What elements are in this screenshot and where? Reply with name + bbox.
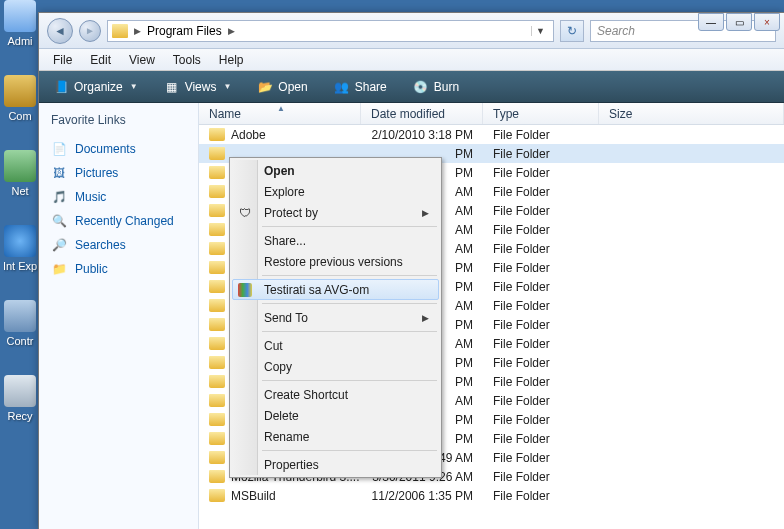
ctx-restore[interactable]: Restore previous versions (232, 251, 439, 272)
ctx-avg-test[interactable]: Testirati sa AVG-om (232, 279, 439, 300)
ctx-cut[interactable]: Cut (232, 335, 439, 356)
separator (262, 331, 437, 332)
menu-help[interactable]: Help (211, 51, 252, 69)
separator (262, 275, 437, 276)
menu-view[interactable]: View (121, 51, 163, 69)
minimize-button[interactable]: — (698, 13, 724, 31)
command-bar: 📘 Organize ▼ ▦ Views ▼ 📂 Open 👥 Share 💿 … (39, 71, 784, 103)
folder-icon (209, 375, 225, 388)
ctx-delete[interactable]: Delete (232, 405, 439, 426)
sidebar-item-recent[interactable]: 🔍Recently Changed (51, 209, 186, 233)
column-headers: ▲ Name Date modified Type Size (199, 103, 784, 125)
ctx-share[interactable]: Share... (232, 230, 439, 251)
desktop-icons: Admi Com Net Int Exp Contr Recy (2, 0, 38, 450)
sidebar-item-documents[interactable]: 📄Documents (51, 137, 186, 161)
open-icon: 📂 (257, 79, 273, 95)
refresh-button[interactable]: ↻ (560, 20, 584, 42)
address-bar[interactable]: ▶ Program Files ▶ ▼ (107, 20, 554, 42)
ctx-rename[interactable]: Rename (232, 426, 439, 447)
menu-bar: File Edit View Tools Help (39, 49, 784, 71)
separator (262, 380, 437, 381)
folder-icon (209, 204, 225, 217)
maximize-button[interactable]: ▭ (726, 13, 752, 31)
chevron-right-icon: ▶ (422, 208, 429, 218)
refresh-icon: ↻ (567, 24, 577, 38)
share-button[interactable]: 👥 Share (326, 76, 395, 98)
burn-icon: 💿 (413, 79, 429, 95)
folder-icon (209, 261, 225, 274)
arrow-left-icon: ◄ (54, 24, 66, 38)
desktop-icon[interactable]: Com (2, 75, 38, 122)
desktop-icon[interactable]: Net (2, 150, 38, 197)
documents-icon: 📄 (51, 141, 67, 157)
sidebar-item-music[interactable]: 🎵Music (51, 185, 186, 209)
ctx-open[interactable]: Open (232, 160, 439, 181)
separator (262, 226, 437, 227)
folder-icon (209, 128, 225, 141)
views-icon: ▦ (164, 79, 180, 95)
table-row[interactable]: MSBuild11/2/2006 1:35 PMFile Folder (199, 486, 784, 505)
navigation-bar: ◄ ► ▶ Program Files ▶ ▼ ↻ Search (39, 13, 784, 49)
breadcrumb-segment[interactable]: Program Files (147, 24, 222, 38)
context-menu: Open Explore 🛡 Protect by ▶ Share... Res… (229, 157, 442, 478)
recent-icon: 🔍 (51, 213, 67, 229)
chevron-right-icon: ▶ (422, 313, 429, 323)
search-icon: 🔎 (51, 237, 67, 253)
ctx-properties[interactable]: Properties (232, 454, 439, 475)
ctx-sendto[interactable]: Send To ▶ (232, 307, 439, 328)
folder-icon (209, 470, 225, 483)
share-icon: 👥 (334, 79, 350, 95)
chevron-down-icon: ▼ (223, 82, 231, 91)
desktop-icon[interactable]: Recy (2, 375, 38, 422)
pictures-icon: 🖼 (51, 165, 67, 181)
avg-icon (238, 283, 252, 297)
ctx-explore[interactable]: Explore (232, 181, 439, 202)
arrow-right-icon: ► (85, 25, 95, 36)
sidebar-item-searches[interactable]: 🔎Searches (51, 233, 186, 257)
burn-button[interactable]: 💿 Burn (405, 76, 467, 98)
shield-icon: 🛡 (237, 205, 253, 221)
column-size[interactable]: Size (599, 103, 784, 124)
folder-icon (209, 147, 225, 160)
ctx-protect[interactable]: 🛡 Protect by ▶ (232, 202, 439, 223)
column-date[interactable]: Date modified (361, 103, 483, 124)
menu-edit[interactable]: Edit (82, 51, 119, 69)
folder-icon (209, 166, 225, 179)
chevron-down-icon: ▼ (130, 82, 138, 91)
address-dropdown[interactable]: ▼ (531, 26, 549, 36)
folder-icon (209, 394, 225, 407)
window-controls: — ▭ × (698, 13, 780, 31)
desktop-icon[interactable]: Admi (2, 0, 38, 47)
organize-icon: 📘 (53, 79, 69, 95)
chevron-right-icon: ▶ (228, 26, 235, 36)
open-button[interactable]: 📂 Open (249, 76, 315, 98)
close-button[interactable]: × (754, 13, 780, 31)
folder-icon (209, 432, 225, 445)
desktop-icon[interactable]: Contr (2, 300, 38, 347)
folder-icon (112, 24, 128, 38)
separator (262, 450, 437, 451)
menu-file[interactable]: File (45, 51, 80, 69)
folder-icon (209, 337, 225, 350)
desktop-icon[interactable]: Int Exp (2, 225, 38, 272)
back-button[interactable]: ◄ (47, 18, 73, 44)
folder-icon (209, 299, 225, 312)
forward-button[interactable]: ► (79, 20, 101, 42)
folder-icon (209, 318, 225, 331)
menu-tools[interactable]: Tools (165, 51, 209, 69)
organize-button[interactable]: 📘 Organize ▼ (45, 76, 146, 98)
table-row[interactable]: Adobe2/10/2010 3:18 PMFile Folder (199, 125, 784, 144)
sidebar-item-public[interactable]: 📁Public (51, 257, 186, 281)
sidebar-item-pictures[interactable]: 🖼Pictures (51, 161, 186, 185)
ctx-shortcut[interactable]: Create Shortcut (232, 384, 439, 405)
folder-icon (209, 185, 225, 198)
folder-icon (209, 489, 225, 502)
chevron-right-icon: ▶ (134, 26, 141, 36)
folder-icon (209, 451, 225, 464)
column-type[interactable]: Type (483, 103, 599, 124)
public-icon: 📁 (51, 261, 67, 277)
views-button[interactable]: ▦ Views ▼ (156, 76, 240, 98)
ctx-copy[interactable]: Copy (232, 356, 439, 377)
music-icon: 🎵 (51, 189, 67, 205)
sort-indicator: ▲ (277, 104, 285, 113)
